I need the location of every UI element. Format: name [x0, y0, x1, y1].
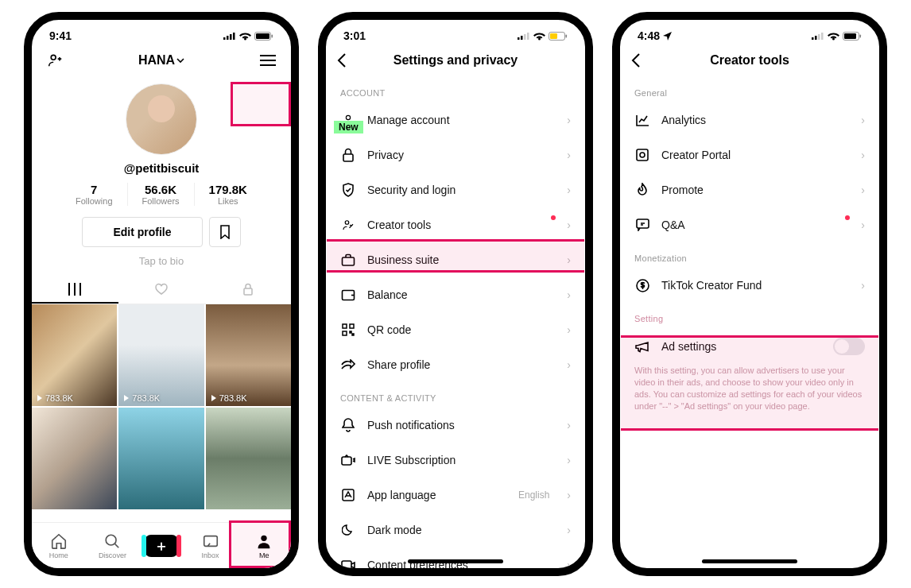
shield-icon: [342, 183, 355, 197]
video-cell[interactable]: [118, 408, 204, 509]
svg-rect-35: [342, 457, 351, 465]
chevron-right-icon: ›: [861, 219, 865, 231]
nav-home[interactable]: Home: [37, 532, 80, 559]
svg-point-25: [346, 115, 350, 119]
row-share-profile[interactable]: Share profile ›: [326, 347, 585, 382]
nav-inbox[interactable]: Inbox: [189, 532, 232, 559]
row-analytics[interactable]: Analytics ›: [620, 103, 879, 137]
svg-rect-19: [521, 36, 523, 40]
chevron-right-icon: ›: [567, 288, 571, 301]
edit-profile-button[interactable]: Edit profile: [82, 217, 202, 247]
row-manage-account[interactable]: Manage account ›: [326, 103, 585, 137]
bookmark-icon: [219, 225, 231, 239]
qr-icon: [342, 323, 355, 336]
handle: @petitbiscuit: [32, 161, 291, 175]
creator-topnav: Creator tools: [620, 47, 879, 77]
tab-private[interactable]: [204, 277, 291, 304]
stat-followers[interactable]: 56.6K Followers: [127, 183, 194, 206]
chevron-right-icon: ›: [567, 454, 571, 466]
row-promote[interactable]: Promote ›: [620, 172, 879, 207]
bio[interactable]: Tap to bio: [32, 255, 291, 267]
battery-icon: [254, 32, 273, 41]
status-bar: 4:48: [620, 20, 879, 47]
nav-create[interactable]: ＋: [145, 535, 178, 557]
status-time: 3:01: [343, 29, 366, 42]
row-creator-tools[interactable]: Creator tools ›: [326, 207, 585, 242]
chevron-right-icon: ›: [567, 489, 571, 501]
highlight-hamburger: [231, 82, 291, 126]
video-cell[interactable]: [206, 408, 291, 509]
lock-icon: [242, 283, 254, 296]
chevron-right-icon: ›: [567, 559, 571, 571]
stat-likes[interactable]: 179.8K Likes: [194, 183, 262, 206]
notification-dot: [845, 215, 850, 220]
home-indicator: [408, 559, 503, 563]
row-creator-portal[interactable]: Creator Portal ›: [620, 137, 879, 172]
svg-rect-11: [68, 283, 70, 296]
svg-point-27: [345, 221, 349, 225]
stats-row: 7 Following 56.6K Followers 179.8K Likes: [32, 183, 291, 206]
flame-icon: [637, 183, 648, 197]
stat-following[interactable]: 7 Following: [61, 183, 126, 206]
video-grid: 783.8K 783.8K 783.8K: [32, 304, 291, 509]
chevron-right-icon: ›: [567, 184, 571, 196]
row-dark-mode[interactable]: Dark mode ›: [326, 513, 585, 547]
svg-rect-0: [223, 37, 226, 40]
play-icon: [37, 395, 43, 401]
play-icon: [123, 395, 130, 401]
grid-icon: [68, 283, 81, 296]
tab-liked[interactable]: [118, 277, 205, 304]
svg-rect-41: [821, 33, 824, 40]
analytics-icon: [636, 114, 649, 126]
status-time: 4:48: [638, 29, 660, 42]
chevron-right-icon: ›: [861, 279, 865, 292]
row-qr-code[interactable]: QR code ›: [326, 312, 585, 347]
row-creator-fund[interactable]: TikTok Creator Fund ›: [620, 268, 879, 303]
new-badge: New: [334, 121, 363, 133]
video-icon: [341, 560, 355, 571]
row-security[interactable]: Security and login ›: [326, 172, 585, 207]
highlight-creator-tools: [327, 239, 584, 273]
home-indicator: [702, 559, 797, 563]
svg-rect-44: [860, 34, 862, 37]
section-content-activity: CONTENT & ACTIVITY: [326, 382, 585, 408]
video-cell[interactable]: 783.8K: [118, 304, 204, 406]
chevron-right-icon: ›: [567, 524, 571, 536]
tab-grid[interactable]: [32, 277, 118, 304]
svg-rect-18: [518, 37, 520, 40]
row-balance[interactable]: Balance ›: [326, 277, 585, 312]
chevron-right-icon: ›: [567, 219, 571, 231]
row-live-subscription[interactable]: LIVE Subscription ›: [326, 443, 585, 478]
settings-screen: 3:01 Settings and privacy New ACCOUNT Ma…: [318, 12, 593, 576]
bookmark-button[interactable]: [209, 217, 241, 247]
status-time: 9:41: [49, 29, 72, 42]
svg-rect-13: [79, 283, 81, 296]
row-qa[interactable]: Q&A ›: [620, 207, 879, 242]
svg-rect-16: [204, 536, 217, 546]
status-icons: [223, 32, 273, 41]
chevron-right-icon: ›: [567, 149, 571, 161]
profile-name-dropdown[interactable]: HANA: [138, 53, 184, 68]
search-icon: [103, 532, 121, 550]
row-privacy[interactable]: Privacy ›: [326, 137, 585, 172]
video-cell[interactable]: 783.8K: [32, 304, 117, 406]
wifi-icon: [828, 32, 839, 41]
wallet-icon: [341, 289, 355, 301]
svg-rect-12: [74, 283, 76, 296]
battery-icon: [843, 32, 862, 41]
row-app-language[interactable]: App language English ›: [326, 478, 585, 513]
nav-discover[interactable]: Discover: [91, 532, 134, 559]
wifi-icon: [239, 32, 251, 41]
hamburger-menu-icon[interactable]: [259, 52, 277, 69]
svg-rect-5: [256, 33, 269, 39]
avatar[interactable]: [126, 83, 197, 155]
add-user-icon[interactable]: [46, 52, 64, 69]
svg-rect-45: [637, 149, 648, 161]
status-icons: [518, 32, 568, 41]
video-cell[interactable]: [32, 408, 117, 509]
svg-rect-3: [233, 33, 235, 40]
row-push[interactable]: Push notifications ›: [326, 408, 585, 443]
video-cell[interactable]: 783.8K: [206, 304, 291, 406]
highlight-ad-settings: [621, 335, 878, 431]
svg-rect-40: [818, 34, 820, 40]
